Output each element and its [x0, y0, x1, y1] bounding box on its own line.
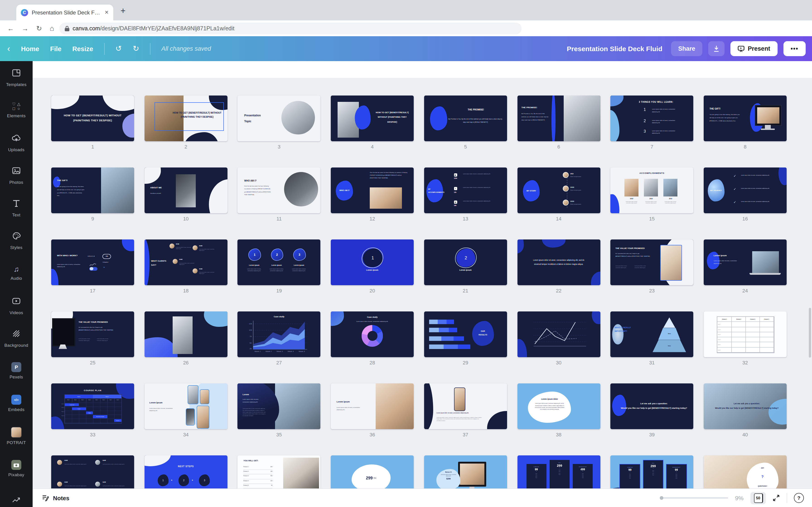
sidebar-item-photos[interactable]: Photos	[0, 159, 33, 191]
sidebar-item-styles[interactable]: Styles	[0, 224, 33, 257]
slide-thumbnail-2[interactable]: HOW TO GET [BENEFIT/RESULT] WITHOUT [PAI…	[144, 96, 227, 141]
present-button[interactable]: Present	[731, 41, 777, 56]
address-bar[interactable]: canva.com/design/DAEl8FtMrYE/jZAaEfvE8A9…	[60, 22, 522, 34]
reload-icon[interactable]: ↻	[36, 24, 42, 33]
scrollbar-thumb[interactable]	[809, 308, 811, 357]
slide-thumbnail-10[interactable]: ABOUT MEIntroduce yourself	[144, 168, 227, 213]
slide-thumbnail-35[interactable]: LoremLorem ipsum dolor sit amet, consect…	[238, 383, 320, 429]
sidebar-item-trend[interactable]	[0, 485, 33, 507]
slide-thumbnail-20[interactable]: 1Lorem ipsum	[331, 239, 414, 285]
sidebar-item-templates[interactable]: Templates	[0, 61, 33, 94]
slide-thumbnail-26[interactable]	[144, 312, 227, 357]
slide-thumbnail-12[interactable]: Over the last two years I've been follow…	[331, 168, 414, 213]
slide-thumbnail-6[interactable]: THE PROMISE!My Promise to You: By the en…	[517, 96, 600, 141]
file-menu[interactable]: File	[50, 45, 61, 52]
slide-thumbnail-23[interactable]: THE VALUE YOUR PROMISEDAs I promised let…	[610, 239, 693, 285]
sidebar-item-audio[interactable]: ♫Audio	[0, 257, 33, 289]
forward-icon[interactable]: →	[22, 24, 29, 32]
el: WHO AM I?	[336, 181, 353, 201]
grid-view-button[interactable]: 50	[750, 492, 766, 504]
slide-thumbnail-22[interactable]: Lorem ipsum dolor sit amet, consectetur …	[517, 239, 600, 285]
sidebar-item-pexels[interactable]: PPexels	[0, 354, 33, 387]
undo-icon[interactable]: ↺	[115, 44, 122, 53]
slide-thumbnail-16[interactable]: MY JOURNEY✓Lorem ipsum dolor sit amet, c…	[704, 168, 786, 213]
slide-thumbnail-7[interactable]: 3 THINGS YOU WILL LEARN:1Lorem ipsum dol…	[610, 96, 693, 141]
el: 100	[249, 329, 252, 331]
slide-thumbnail-21[interactable]: 2Lorem ipsum	[424, 239, 507, 285]
notes-button[interactable]: Notes	[42, 494, 69, 502]
slide-number: 22	[517, 288, 600, 293]
sidebar-item-embeds[interactable]: </>Embeds	[0, 387, 33, 419]
slide-thumbnail-40[interactable]: Let me ask you a question:Would you like…	[704, 383, 786, 429]
el	[95, 482, 100, 487]
slide-thumbnail-30[interactable]	[517, 312, 600, 357]
slide-thumbnail-14[interactable]: MY STORY2010Dolore eros jam ipsum.XXXXDo…	[517, 168, 600, 213]
slide-thumbnail-4[interactable]: HOW TO GET [BENEFIT/RESULT] WITHOUT [PAI…	[331, 96, 414, 141]
slide-thumbnail-8[interactable]: THE GIFT!You are going to love this trai…	[704, 96, 786, 141]
slide-thumbnail-31[interactable]: WHAT IS REALLY IMPORTANT?TekstTekst	[610, 312, 693, 357]
sidebar-item-pixabay[interactable]: Pixabay	[0, 452, 33, 485]
new-tab-button[interactable]: +	[120, 6, 125, 15]
slide-thumbnail-19[interactable]: 1Lorem ipsumLorem ipsum dolor sit amet, …	[238, 239, 320, 285]
el: TekstTekstTekstTekst	[622, 473, 639, 479]
browser-tab[interactable]: C Presentation Slide Deck Fluid - ✕	[16, 5, 113, 20]
slide-thumbnail-28[interactable]: Case studyLorem ipsum dolor sit amet, co…	[331, 312, 414, 357]
fullscreen-icon[interactable]	[773, 494, 780, 502]
el	[11, 198, 21, 208]
design-title[interactable]: Presentation Slide Deck Fluid	[567, 45, 662, 53]
sidebar-item-background[interactable]: Background	[0, 322, 33, 354]
zoom-slider-handle[interactable]	[660, 496, 663, 500]
sidebar-item-videos[interactable]: Videos	[0, 289, 33, 322]
footer-right: 9% 50 ?	[660, 492, 804, 504]
more-button[interactable]: •••	[783, 41, 806, 56]
el: Week 2	[72, 399, 80, 402]
sidebar-item-text[interactable]: Text	[0, 191, 33, 224]
share-button[interactable]: Share	[671, 41, 703, 56]
slide-thumbnail-29[interactable]: ············OURRESULTS	[424, 312, 507, 357]
slide-thumbnail-34[interactable]: Lorem ipsumLorem ipsum dolor sit amet, c…	[144, 383, 227, 429]
slide-thumbnail-32[interactable]: Column 1Column 2Column 3Column 4Line 1Li…	[704, 312, 786, 357]
back-chevron-icon[interactable]: ‹	[7, 44, 10, 54]
slide-thumbnail-18[interactable]: WHAT CLIENTS SAY?NAMELorem ipsum dolor s…	[144, 239, 227, 285]
slide-thumbnail-27[interactable]: Case study 12510075 5025 Week 1Week 2Wee…	[238, 312, 320, 357]
el	[188, 385, 198, 404]
sidebar-item-potrait[interactable]: POTRAIT	[0, 419, 33, 452]
el: $	[668, 471, 685, 472]
slide-thumbnail-3[interactable]: Presentation Topic	[238, 96, 320, 141]
tab-close-icon[interactable]: ✕	[105, 9, 109, 15]
el: Lorem ipsum	[356, 268, 389, 272]
el: Line 2	[717, 327, 732, 332]
slide-thumbnail-11[interactable]: WHO AM I?Over the last two years I've be…	[238, 168, 320, 213]
slide-thumbnail-33[interactable]: COURSE PLANMonth 1 Month 2Week 1Week 2We…	[51, 383, 134, 429]
home-menu[interactable]: Home	[21, 45, 39, 52]
redo-icon[interactable]: ↻	[133, 44, 139, 53]
slide-thumbnail-39[interactable]: Let me ask you a question:Would you like…	[610, 383, 693, 429]
slide-number: 21	[424, 288, 507, 293]
background-icon	[11, 329, 21, 340]
slide-thumbnail-25[interactable]: THE VALUE YOUR PROMISEDAs I promised let…	[51, 312, 134, 357]
slide-thumbnail-5[interactable]: THE PROMISE!My Promise to You: By the en…	[424, 96, 507, 141]
el	[529, 318, 589, 351]
home-icon[interactable]: ⌂	[50, 24, 54, 33]
divider	[104, 43, 104, 55]
slide-thumbnail-37[interactable]: Lorem ipsum dolor sit amet, consectetur …	[424, 383, 507, 429]
zoom-slider[interactable]	[660, 498, 728, 498]
slide-thumbnail-1[interactable]: HOW TO GET [BENEFIT/RESULT] WITHOUT [PAI…	[51, 96, 134, 141]
slide-thumbnail-17[interactable]: WITH WHO I WORK?Lorem ipsum dolor sit am…	[51, 239, 134, 285]
el	[746, 342, 760, 348]
slide-thumbnail-15[interactable]: ACCOMPLISHMENTS2010Lorem ipsum dolor sit…	[610, 168, 693, 213]
download-button[interactable]	[708, 41, 725, 56]
slide-thumbnail-9[interactable]: THE GIFT!You are going to love this trai…	[51, 168, 134, 213]
slide-thumbnail-38[interactable]: Lorem ipsum dolorLorem ipsum dolor sit a…	[517, 383, 600, 429]
sidebar-item-uploads[interactable]: Uploads	[0, 126, 33, 159]
slide-cell-20: 1Lorem ipsum20	[331, 239, 414, 296]
el	[367, 331, 377, 341]
resize-menu[interactable]: Resize	[72, 45, 93, 52]
help-button[interactable]: ?	[794, 493, 804, 503]
slide-thumbnail-24[interactable]: Lorem ipsumLorem ipsum dolor sit amet, c…	[704, 239, 786, 285]
slide-thumbnail-13[interactable]: MY ACCOMPLISHMENTS▶100kLorem ipsum dolor…	[424, 168, 507, 213]
sidebar-item-elements[interactable]: ♡△□○Elements	[0, 94, 33, 126]
back-icon[interactable]: ←	[7, 24, 14, 32]
slide-cell-18: WHAT CLIENTS SAY?NAMELorem ipsum dolor s…	[144, 239, 227, 296]
slide-thumbnail-36[interactable]: Lorem ipsumLorem ipsum dolor sit amet, c…	[331, 383, 414, 429]
